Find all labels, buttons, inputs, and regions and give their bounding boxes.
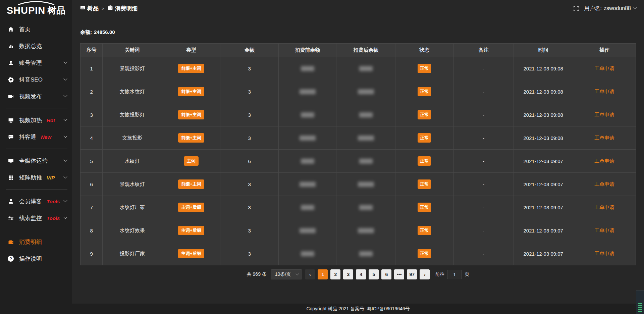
work-order-link[interactable]: 工单申请: [594, 204, 614, 210]
sidebar-item-6[interactable]: 视频加热Hot: [0, 112, 72, 128]
cell-no: 9: [80, 242, 103, 265]
sidebar-item-12[interactable]: 会员爆客Tools: [0, 193, 72, 210]
work-order-link[interactable]: 工单申请: [594, 135, 614, 141]
sidebar-item-9[interactable]: 全媒体运营: [0, 152, 72, 169]
page-button-6[interactable]: 6: [381, 269, 391, 279]
work-order-link[interactable]: 工单申请: [594, 158, 614, 164]
sidebar-item-label: 线索监控: [19, 214, 42, 222]
column-header: 操作: [573, 44, 636, 57]
work-order-link[interactable]: 工单申请: [594, 89, 614, 94]
sidebar-item-15[interactable]: 消费明细: [0, 233, 72, 250]
goto-label: 前往: [435, 271, 444, 277]
sidebar-item-4[interactable]: 视频发布: [0, 88, 72, 105]
chevron-down-icon: [63, 158, 67, 162]
sidebar-item-label: 视频发布: [19, 93, 42, 100]
chevron-down-icon: [63, 199, 67, 202]
page-size-select[interactable]: 10条/页: [271, 269, 302, 279]
sidebar-item-label: 抖客通: [19, 133, 36, 141]
pagination-total: 共 969 条: [247, 271, 267, 277]
cell-balance-before: [279, 126, 336, 150]
cell-action: 工单申请: [573, 219, 636, 242]
cell-remark: -: [453, 173, 514, 196]
cell-status: 正常: [395, 126, 453, 150]
cell-status: 正常: [395, 173, 453, 196]
cell-amount: 3: [220, 196, 279, 219]
sidebar-item-2[interactable]: 账号管理: [0, 54, 72, 71]
table-row: 3文旅投影灯前缀+主词3正常-2021-12-03 09:08工单申请: [80, 103, 636, 126]
page-button-2[interactable]: 2: [330, 269, 340, 279]
sidebar-divider: [6, 149, 67, 149]
sidebar-item-0[interactable]: 首页: [0, 21, 72, 38]
sidebar-item-7[interactable]: 抖客通New: [0, 128, 72, 145]
app-icon: [80, 5, 85, 12]
cell-keyword: 水纹灯效果: [103, 219, 162, 242]
cell-no: 3: [80, 103, 103, 126]
sidebar-item-tag: Tools: [47, 215, 60, 221]
column-header: 扣费后余额: [336, 44, 395, 57]
cell-balance-after: [336, 242, 395, 265]
type-badge: 主词+后缀: [178, 226, 204, 235]
redacted-value: [301, 251, 314, 256]
type-badge: 主词+后缀: [178, 249, 204, 258]
cell-action: 工单申请: [573, 173, 636, 196]
work-order-link[interactable]: 工单申请: [594, 227, 614, 233]
chevron-down-icon: [633, 6, 637, 9]
breadcrumb-item-home[interactable]: 树品: [80, 5, 99, 12]
user-icon: [7, 60, 14, 66]
cell-type: 前缀+主词: [162, 103, 220, 126]
work-order-link[interactable]: 工单申请: [594, 65, 614, 71]
column-header: 时间: [514, 44, 573, 57]
redacted-value: [301, 112, 314, 117]
redacted-value: [300, 89, 316, 94]
redacted-value: [359, 112, 373, 117]
sidebar-item-13[interactable]: 线索监控Tools: [0, 210, 72, 226]
copyright-text: Copyright 树品 2021 备案号: 粤ICP备09019646号: [306, 306, 410, 312]
redacted-value: [358, 136, 374, 141]
page-button-4[interactable]: 4: [356, 269, 366, 279]
logo[interactable]: SHUPIN 树品: [0, 0, 72, 21]
balance: 余额:24856.00: [80, 29, 636, 36]
cell-remark: -: [453, 219, 514, 242]
sidebar-item-1[interactable]: 数据总览: [0, 38, 72, 54]
type-badge: 前缀+主词: [178, 87, 204, 96]
sidebar-item-3[interactable]: 抖音SEO: [0, 71, 72, 88]
redacted-value: [300, 182, 316, 187]
sidebar-item-label: 全媒体运营: [19, 157, 48, 165]
page-button-...[interactable]: •••: [394, 269, 404, 279]
next-page-button[interactable]: ›: [420, 269, 430, 279]
fullscreen-icon[interactable]: [573, 6, 579, 11]
cell-amount: 3: [220, 219, 279, 242]
cell-action: 工单申请: [573, 150, 636, 173]
page-button-5[interactable]: 5: [369, 269, 379, 279]
redacted-value: [359, 205, 373, 210]
sidebar-item-label: 账号管理: [19, 59, 42, 67]
pagination: 共 969 条 10条/页 ‹ 123456•••97 › 前往 页: [80, 269, 636, 279]
sidebar-item-label: 数据总览: [19, 42, 42, 50]
prev-page-button[interactable]: ‹: [305, 269, 315, 279]
page-button-3[interactable]: 3: [343, 269, 353, 279]
sidebar-item-10[interactable]: 矩阵助推VIP: [0, 169, 72, 186]
sidebar-item-16[interactable]: ?操作说明: [0, 250, 72, 267]
sidebar-item-tag: New: [41, 134, 51, 140]
wallet-icon: [107, 5, 113, 12]
page-button-97[interactable]: 97: [407, 269, 417, 279]
chat-icon: [7, 134, 14, 140]
cell-balance-before: [279, 219, 336, 242]
goto-page-input[interactable]: [447, 270, 462, 279]
user-menu[interactable]: 用户名: zswodun88: [584, 5, 636, 12]
floating-widget[interactable]: [636, 291, 644, 314]
breadcrumb-item-current[interactable]: 消费明细: [107, 5, 138, 12]
work-order-link[interactable]: 工单申请: [594, 251, 614, 256]
redacted-value: [359, 66, 373, 71]
column-header: 状态: [395, 44, 453, 57]
work-order-link[interactable]: 工单申请: [594, 112, 614, 117]
username: zswodun88: [604, 5, 631, 11]
page-button-1[interactable]: 1: [318, 269, 328, 279]
work-order-link[interactable]: 工单申请: [594, 181, 614, 187]
column-header: 类型: [162, 44, 220, 57]
sidebar-divider: [6, 189, 67, 190]
table-row: 7水纹灯厂家主词+后缀3正常-2021-12-03 09:07工单申请: [80, 196, 636, 219]
cell-amount: 3: [220, 103, 279, 126]
column-header: 金额: [220, 44, 279, 57]
sidebar-divider: [6, 230, 67, 230]
